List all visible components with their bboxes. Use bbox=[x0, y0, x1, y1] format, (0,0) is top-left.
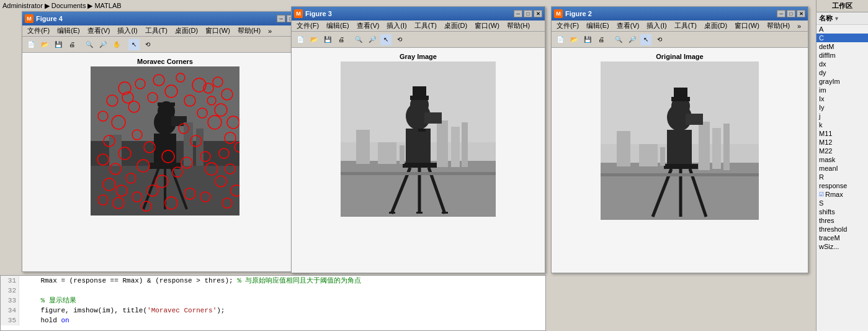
workspace-var-dy[interactable]: dy bbox=[817, 68, 868, 77]
workspace-var-S[interactable]: S bbox=[817, 199, 868, 207]
svg-rect-96 bbox=[699, 122, 710, 170]
workspace-var-Ix[interactable]: Ix bbox=[817, 94, 868, 103]
fig3-tb-rotate[interactable]: ⟲ bbox=[393, 34, 406, 46]
code-comment-33: % 显示结果 bbox=[40, 297, 76, 304]
svg-rect-83 bbox=[403, 163, 437, 168]
fig2-tb-cursor[interactable]: ↖ bbox=[640, 34, 652, 46]
workspace-var-k[interactable]: k bbox=[817, 120, 868, 129]
fig2-menu-tools[interactable]: 工具(T) bbox=[671, 20, 700, 31]
fig2-tb-zoom-out[interactable]: 🔎 bbox=[626, 34, 638, 46]
fig4-menu-tools[interactable]: 工具(T) bbox=[141, 25, 171, 36]
workspace-var-response[interactable]: response bbox=[817, 181, 868, 190]
fig4-menu-desktop[interactable]: 桌面(D) bbox=[171, 25, 202, 36]
workspace-var-M11[interactable]: M11 bbox=[817, 129, 868, 138]
fig4-menu-edit[interactable]: 编辑(E) bbox=[53, 25, 84, 36]
figure4-minimize[interactable]: ─ bbox=[277, 15, 285, 22]
svg-rect-74 bbox=[462, 122, 468, 167]
figure2-maximize[interactable]: □ bbox=[787, 10, 795, 17]
code-editor[interactable]: 31 Rmax = (response == Rmax) & (response… bbox=[0, 275, 546, 331]
fig4-menu-help[interactable]: 帮助(H) bbox=[234, 25, 264, 36]
fig3-tb-zoom-out[interactable]: 🔎 bbox=[366, 34, 378, 46]
fig4-tb-pan[interactable]: ✋ bbox=[110, 39, 123, 51]
figure2-content: Original Image bbox=[552, 48, 808, 273]
fig2-tb-zoom-in[interactable]: 🔍 bbox=[612, 34, 625, 46]
fig2-menu-insert[interactable]: 插入(I) bbox=[643, 20, 670, 31]
fig4-tb-open[interactable]: 📂 bbox=[38, 39, 51, 51]
fig4-tb-save[interactable]: 💾 bbox=[52, 39, 65, 51]
fig3-menu-view[interactable]: 查看(V) bbox=[353, 20, 383, 31]
workspace-var-diffIm[interactable]: diffIm bbox=[817, 51, 868, 60]
figure3-close[interactable]: ✕ bbox=[534, 10, 542, 17]
workspace-var-M22[interactable]: M22 bbox=[817, 147, 868, 155]
workspace-var-detM[interactable]: detM bbox=[817, 42, 868, 51]
figure2-minimize[interactable]: ─ bbox=[777, 10, 785, 17]
fig4-menu-insert[interactable]: 插入(I) bbox=[114, 25, 141, 36]
fig3-tb-print[interactable]: 🖨 bbox=[335, 34, 347, 46]
workspace-var-mask[interactable]: mask bbox=[817, 155, 868, 164]
fig3-menu-insert[interactable]: 插入(I) bbox=[383, 20, 410, 31]
workspace-var-meanI[interactable]: meanI bbox=[817, 164, 868, 173]
fig2-tb-open[interactable]: 📂 bbox=[568, 34, 580, 46]
workspace-var-j[interactable]: j bbox=[817, 112, 868, 120]
fig2-tb-rotate[interactable]: ⟲ bbox=[653, 34, 666, 46]
original-image-svg bbox=[601, 61, 759, 220]
workspace-var-threshold[interactable]: threshold bbox=[817, 225, 868, 234]
fig2-menu-view[interactable]: 查看(V) bbox=[613, 20, 643, 31]
fig3-menu-file[interactable]: 文件(F) bbox=[293, 20, 323, 31]
fig3-tb-open[interactable]: 📂 bbox=[308, 34, 320, 46]
fig4-tb-cursor[interactable]: ↖ bbox=[128, 39, 140, 51]
fig4-menu-window[interactable]: 窗口(W) bbox=[202, 25, 234, 36]
workspace-var-A[interactable]: A bbox=[817, 25, 868, 34]
workspace-var-grayIm[interactable]: grayIm bbox=[817, 77, 868, 86]
fig4-menu-view[interactable]: 查看(V) bbox=[84, 25, 114, 36]
fig3-tb-new[interactable]: 📄 bbox=[294, 34, 306, 46]
checkbox-checked-icon: ☑ bbox=[819, 191, 824, 197]
fig2-menu-file[interactable]: 文件(F) bbox=[553, 20, 583, 31]
workspace-var-R[interactable]: R bbox=[817, 173, 868, 181]
fig3-menu-help[interactable]: 帮助(H) bbox=[503, 20, 534, 31]
fig2-tb-new[interactable]: 📄 bbox=[554, 34, 566, 46]
workspace-var-shifts[interactable]: shifts bbox=[817, 207, 868, 216]
workspace-list: A C detM diffIm dx dy grayIm im Ix Iy j … bbox=[817, 25, 868, 251]
figure3-minimize[interactable]: ─ bbox=[514, 10, 522, 17]
workspace-sort-icon[interactable]: ▼ bbox=[834, 16, 839, 22]
workspace-var-traceM[interactable]: traceM bbox=[817, 234, 868, 242]
figure4-window: M Figure 4 ─ □ ✕ 文件(F) 编辑(E) 查看(V) 插入(I)… bbox=[22, 11, 308, 272]
fig3-menu-desktop[interactable]: 桌面(D) bbox=[441, 20, 471, 31]
fig4-tb-new[interactable]: 📄 bbox=[25, 39, 37, 51]
svg-rect-105 bbox=[686, 114, 703, 125]
svg-rect-99 bbox=[617, 131, 630, 166]
fig3-menu-edit[interactable]: 编辑(E) bbox=[323, 20, 353, 31]
figure2-close[interactable]: ✕ bbox=[797, 10, 805, 17]
fig4-tb-rotate[interactable]: ⟲ bbox=[141, 39, 154, 51]
fig2-menu-window[interactable]: 窗口(W) bbox=[731, 20, 763, 31]
figure2-image bbox=[601, 61, 759, 220]
fig2-menu-edit[interactable]: 编辑(E) bbox=[583, 20, 613, 31]
fig4-tb-zoom-in[interactable]: 🔍 bbox=[83, 39, 96, 51]
workspace-var-im[interactable]: im bbox=[817, 86, 868, 94]
figure3-maximize[interactable]: □ bbox=[524, 10, 532, 17]
workspace-header: 名称 ▼ bbox=[817, 12, 868, 25]
fig4-menu-more[interactable]: » bbox=[264, 25, 275, 36]
fig4-tb-zoom-out[interactable]: 🔎 bbox=[97, 39, 109, 51]
fig4-tb-print[interactable]: 🖨 bbox=[66, 39, 78, 51]
workspace-var-C[interactable]: C bbox=[817, 34, 868, 42]
fig3-menu-tools[interactable]: 工具(T) bbox=[411, 20, 441, 31]
workspace-var-thres[interactable]: thres bbox=[817, 216, 868, 225]
workspace-var-dx[interactable]: dx bbox=[817, 60, 868, 68]
fig2-menu-more[interactable]: » bbox=[794, 20, 805, 31]
fig3-menu-window[interactable]: 窗口(W) bbox=[471, 20, 503, 31]
fig4-menu-file[interactable]: 文件(F) bbox=[24, 25, 53, 36]
workspace-var-Iy[interactable]: Iy bbox=[817, 103, 868, 112]
fig2-menu-help[interactable]: 帮助(H) bbox=[763, 20, 794, 31]
fig3-tb-zoom-in[interactable]: 🔍 bbox=[352, 34, 365, 46]
fig2-tb-print[interactable]: 🖨 bbox=[595, 34, 607, 46]
workspace-var-M12[interactable]: M12 bbox=[817, 138, 868, 147]
fig2-menu-desktop[interactable]: 桌面(D) bbox=[700, 20, 731, 31]
workspace-var-wSize[interactable]: wSiz... bbox=[817, 242, 868, 251]
svg-rect-87 bbox=[389, 212, 395, 214]
workspace-var-Rmax[interactable]: ☑Rmax bbox=[817, 190, 868, 199]
fig2-tb-save[interactable]: 💾 bbox=[581, 34, 594, 46]
fig3-tb-cursor[interactable]: ↖ bbox=[380, 34, 392, 46]
fig3-tb-save[interactable]: 💾 bbox=[321, 34, 334, 46]
